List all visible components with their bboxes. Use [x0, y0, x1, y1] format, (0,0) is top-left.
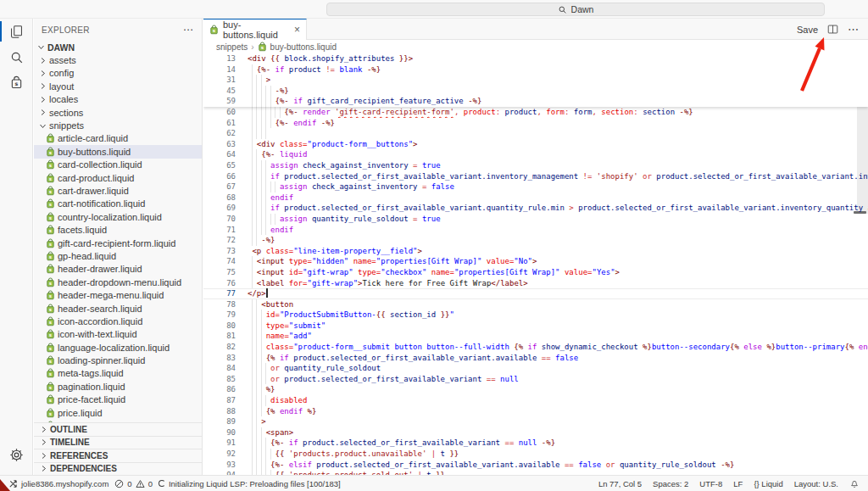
code-line[interactable]: 88 {% endif %} — [203, 406, 868, 417]
code-line[interactable]: 13<div {{ block.shopify_attributes }}> — [203, 53, 868, 64]
more-actions-icon[interactable]: ⋯ — [848, 23, 859, 36]
search-icon — [8, 49, 25, 65]
tree-root-dawn[interactable]: DAWN — [34, 41, 202, 53]
code-line[interactable]: 45 -%} — [203, 86, 868, 97]
code-line[interactable]: 79 id="ProductSubmitButton-{{ section_id… — [203, 310, 868, 321]
panel-timeline[interactable]: TIMELINE — [34, 436, 202, 449]
panel-references[interactable]: REFERENCES — [34, 449, 202, 462]
breadcrumb-folder[interactable]: snippets — [216, 42, 248, 52]
code-line[interactable]: 67 assign check_against_inventory = fals… — [203, 181, 868, 192]
settings-button[interactable] — [0, 444, 32, 465]
code-line[interactable]: 85 or product.selected_or_first_availabl… — [203, 374, 868, 385]
tree-item-snippets[interactable]: snippets — [34, 119, 202, 131]
tree-item-gp-head-liquid[interactable]: sgp-head.liquid — [34, 249, 202, 262]
tree-item-card-product-liquid[interactable]: scard-product.liquid — [34, 171, 202, 184]
tree-item-gift-card-recipient-form-liquid[interactable]: sgift-card-recipient-form.liquid — [34, 237, 202, 249]
activity-search-button[interactable] — [0, 44, 32, 70]
panel-outline[interactable]: OUTLINE — [34, 422, 202, 436]
tree-item-facets-liquid[interactable]: sfacets.liquid — [34, 223, 202, 236]
tree-item-header-dropdown-menu-liquid[interactable]: sheader-dropdown-menu.liquid — [34, 276, 202, 288]
code-line[interactable]: 31 > — [203, 75, 868, 86]
tree-item-card-collection-liquid[interactable]: scard-collection.liquid — [34, 159, 202, 171]
tree-item-cart-drawer-liquid[interactable]: scart-drawer.liquid — [34, 184, 202, 197]
code-editor[interactable]: 60 {%- render 'gift-card-recipient-form'… — [203, 53, 868, 475]
status-item-0[interactable]: Ln 77, Col 5 — [598, 479, 642, 488]
code-line[interactable]: 75 <input id="gift-wrap" type="checkbox"… — [203, 267, 868, 278]
code-line[interactable]: 91 {%- if product.selected_or_first_avai… — [203, 438, 868, 449]
activity-explorer-button[interactable] — [0, 19, 32, 44]
code-line[interactable]: 74 <input type="hidden" name="properties… — [203, 256, 868, 267]
tree-item-header-mega-menu-liquid[interactable]: sheader-mega-menu.liquid — [34, 288, 202, 301]
tree-item-loading-spinner-liquid[interactable]: sloading-spinner.liquid — [34, 354, 202, 366]
tree-item-icon-accordion-liquid[interactable]: sicon-accordion.liquid — [34, 315, 202, 327]
code-line[interactable]: 66 if product.selected_or_first_availabl… — [203, 171, 868, 182]
status-item-2[interactable]: UTF-8 — [699, 479, 722, 488]
tree-item-layout[interactable]: layout — [34, 80, 202, 92]
status-item-3[interactable]: LF — [733, 479, 743, 488]
status-item-5[interactable]: Layout: U.S. — [794, 479, 838, 488]
code-line[interactable]: 72 -%} — [203, 235, 868, 246]
code-line[interactable]: 76 <label for="gift-wrap">Tick here for … — [203, 278, 868, 289]
tree-item-language-localization-liquid[interactable]: slanguage-localization.liquid — [34, 341, 202, 354]
tree-item-sections[interactable]: sections — [34, 106, 202, 119]
tree-item-assets[interactable]: assets — [34, 53, 202, 66]
tree-item-config[interactable]: config — [34, 67, 202, 80]
activity-shopify-button[interactable]: s — [0, 70, 32, 95]
tree-item-header-search-liquid[interactable]: sheader-search.liquid — [34, 302, 202, 315]
code-line[interactable]: 87 disabled — [203, 395, 868, 406]
code-line[interactable]: 69 if product.selected_or_first_availabl… — [203, 203, 868, 214]
code-line[interactable]: 65 assign check_against_inventory = true — [203, 160, 868, 171]
explorer-more-button[interactable]: ⋯ — [183, 24, 193, 36]
tree-item-price-facet-liquid[interactable]: sprice-facet.liquid — [34, 393, 202, 406]
tree-item-pagination-liquid[interactable]: spagination.liquid — [34, 380, 202, 393]
code-line[interactable]: 68 endif — [203, 192, 868, 204]
liquid-file-icon: s — [209, 25, 219, 35]
tree-item-locales[interactable]: locales — [34, 93, 202, 106]
code-line[interactable]: 59 {%- if gift_card_recipient_feature_ac… — [203, 96, 868, 107]
code-line[interactable]: 94 {{ 'products.product.sold_out' | t }} — [203, 470, 868, 475]
problems-item[interactable]: 0 0 — [114, 479, 153, 488]
tree-item-icon-with-text-liquid[interactable]: sicon-with-text.liquid — [34, 328, 202, 341]
code-line[interactable]: 14 {%- if product != blank -%} — [203, 64, 868, 75]
notifications-bell-icon[interactable] — [849, 478, 860, 488]
status-item-4[interactable]: {} Liquid — [754, 479, 782, 488]
code-line[interactable]: 84 or quantity_rule_soldout — [203, 363, 868, 374]
lsp-status-item[interactable]: Initializing Liquid LSP: Preloading file… — [159, 479, 341, 488]
panel-dependencies[interactable]: DEPENDENCIES — [34, 462, 202, 476]
breadcrumb-file[interactable]: buy-buttons.liquid — [270, 42, 337, 52]
code-line[interactable]: 77</p> — [203, 288, 868, 299]
code-line[interactable]: 71 endif — [203, 225, 868, 236]
code-line[interactable]: 62 — [203, 128, 868, 139]
code-line[interactable]: 90 <span> — [203, 427, 868, 438]
tree-item-article-card-liquid[interactable]: sarticle-card.liquid — [34, 132, 202, 145]
code-line[interactable]: 78 <button — [203, 299, 868, 310]
tab-buy-buttons[interactable]: s buy-buttons.liquid × — [203, 19, 307, 40]
code-line[interactable]: 73 <p class="line-item-property__field"> — [203, 246, 868, 257]
tab-close-icon[interactable]: × — [294, 25, 300, 35]
code-line[interactable]: 70 assign quantity_rule_soldout = true — [203, 214, 868, 225]
code-line[interactable]: 86 %} — [203, 384, 868, 395]
code-line[interactable]: 82 class="product-form__submit button bu… — [203, 342, 868, 353]
tree-item-price-liquid[interactable]: sprice.liquid — [34, 406, 202, 419]
code-line[interactable]: 80 type="submit" — [203, 321, 868, 332]
code-line[interactable]: 63 <div class="product-form__buttons"> — [203, 139, 868, 150]
status-item-1[interactable]: Spaces: 2 — [653, 479, 688, 488]
tree-item-meta-tags-liquid[interactable]: smeta-tags.liquid — [34, 367, 202, 380]
tree-item-buy-buttons-liquid[interactable]: sbuy-buttons.liquid — [34, 145, 202, 158]
code-line[interactable]: 64 {%- liquid — [203, 149, 868, 160]
code-line[interactable]: 89 > — [203, 416, 868, 427]
code-line[interactable]: 60 {%- render 'gift-card-recipient-form'… — [203, 107, 868, 118]
tree-item-header-drawer-liquid[interactable]: sheader-drawer.liquid — [34, 263, 202, 276]
save-button[interactable]: Save — [797, 25, 818, 35]
tree-item-country-localization-liquid[interactable]: scountry-localization.liquid — [34, 210, 202, 223]
code-line[interactable]: 61 {%- endif -%} — [203, 118, 868, 129]
tree-item-cart-notification-liquid[interactable]: scart-notification.liquid — [34, 198, 202, 210]
code-line[interactable]: 81 name="add" — [203, 331, 868, 342]
remote-host-item[interactable]: jolie8386.myshopify.com — [8, 479, 108, 488]
split-editor-icon[interactable] — [827, 24, 838, 35]
code-line[interactable]: 92 {{ 'products.product.unavailable' | t… — [203, 449, 868, 460]
code-line[interactable]: 83 {% if product.selected_or_first_avail… — [203, 353, 868, 364]
chevron-down-icon — [37, 43, 45, 51]
command-center-search[interactable]: Dawn — [326, 3, 825, 16]
code-line[interactable]: 93 {%- elsif product.selected_or_first_a… — [203, 460, 868, 471]
